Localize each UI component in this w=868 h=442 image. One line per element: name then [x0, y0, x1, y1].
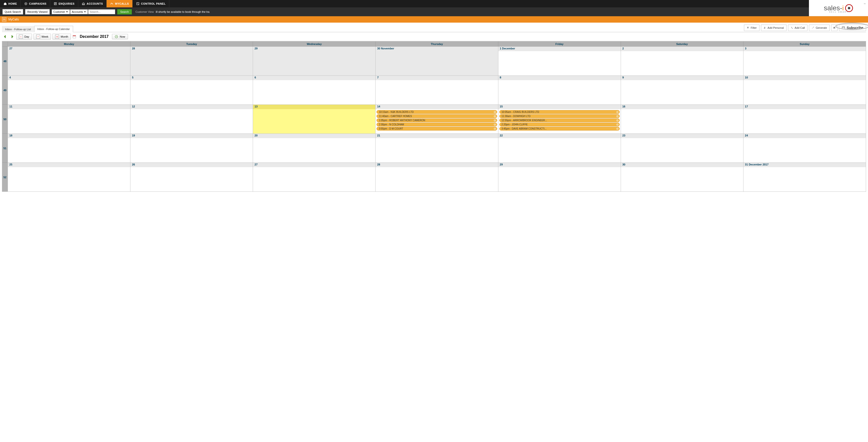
day-cell[interactable]: 28: [375, 163, 498, 192]
day-cell[interactable]: 8: [498, 75, 621, 104]
day-cell[interactable]: 12: [130, 104, 253, 134]
day-cell[interactable]: 21: [375, 134, 498, 163]
calendar-event[interactable]: 3:55pm - D M COURT: [376, 127, 497, 131]
nav-enquiries[interactable]: ENQUIRIES: [50, 0, 78, 7]
day-cell[interactable]: 22: [498, 134, 621, 163]
day-cell[interactable]: 28: [130, 46, 253, 75]
user-plus-icon: [764, 27, 766, 29]
date-label: 22: [498, 134, 621, 138]
mini-week-icon: 7: [36, 35, 40, 39]
day-cell[interactable]: 10: [743, 75, 866, 104]
day-cell[interactable]: 1 December: [498, 46, 621, 75]
generate-button[interactable]: Generate: [809, 25, 830, 31]
date-label: 28: [130, 47, 253, 51]
ticker-text: ill shortly be available to book through…: [156, 10, 210, 13]
month-view-button[interactable]: 31 Month: [53, 34, 71, 40]
nav-home[interactable]: HOME: [0, 0, 21, 7]
day-cell[interactable]: 1510:05am - CRAIG BUILDERS LTD11:30am - …: [498, 104, 621, 134]
week-view-button[interactable]: 7 Week: [33, 34, 51, 40]
date-label: 19: [130, 134, 253, 138]
day-header: Friday: [498, 41, 621, 46]
date-label: 31 December 2017: [743, 163, 866, 167]
day-cell[interactable]: 23: [621, 134, 743, 163]
day-cell[interactable]: 11: [8, 104, 130, 134]
print-button[interactable]: [831, 25, 837, 31]
date-label: 5: [130, 76, 253, 80]
date-label: 12: [130, 105, 253, 109]
day-view-button[interactable]: 1 Day: [16, 34, 32, 40]
day-cell[interactable]: 26: [130, 163, 253, 192]
day-cell[interactable]: 31 December 2017: [743, 163, 866, 192]
add-call-button[interactable]: Add Call: [788, 25, 808, 31]
day-cell[interactable]: 27: [253, 163, 375, 192]
search-input[interactable]: [88, 9, 115, 14]
day-cell[interactable]: 24: [743, 134, 866, 163]
day-header: Thursday: [375, 41, 498, 46]
day-cell[interactable]: 30: [621, 163, 743, 192]
day-cell[interactable]: 5: [130, 75, 253, 104]
svg-point-4: [137, 3, 137, 3]
nav-campaigns[interactable]: CAMPAIGNS: [21, 0, 50, 7]
prev-button[interactable]: [2, 34, 8, 39]
tab-followup-calendar[interactable]: Inbox - Follow-up Calendar: [34, 26, 73, 32]
nav-mycalls[interactable]: MYCALLS: [106, 0, 133, 7]
tab-followup-list[interactable]: Inbox - Follow-up List: [2, 26, 34, 32]
accounts-select[interactable]: Accounts▼: [70, 9, 86, 14]
add-personal-button[interactable]: Add Personal: [761, 25, 786, 31]
calendar-event[interactable]: 12:55pm - ARROWBROOK ENGINEER...: [499, 118, 620, 122]
day-cell[interactable]: 7: [375, 75, 498, 104]
date-label: 24: [743, 134, 866, 138]
day-cell[interactable]: 1410:15am - K&K BUILDERS LTD11:40am - CA…: [375, 104, 498, 134]
calendar-event[interactable]: 11:40am - CARTREF HOMES: [376, 114, 497, 118]
calendar-event[interactable]: 2:20pm - JOHN CLIFFE: [499, 123, 620, 126]
day-cell[interactable]: 18: [8, 134, 130, 163]
day-cell[interactable]: 9: [621, 75, 743, 104]
day-cell[interactable]: 13: [253, 104, 375, 134]
nav-accounts[interactable]: ACCOUNTS: [78, 0, 106, 7]
calendar-icon: [842, 26, 845, 30]
date-label: 21: [376, 134, 498, 138]
day-cell[interactable]: 16: [621, 104, 743, 134]
quick-search-button[interactable]: Quick Search: [2, 9, 23, 14]
subscribe-button[interactable]: Subscribe: [839, 25, 866, 31]
home-icon: [3, 2, 7, 5]
filter-button[interactable]: Filter: [744, 25, 759, 31]
nav-control-panel[interactable]: CONTROL PANEL: [133, 0, 169, 7]
day-cell[interactable]: 2: [621, 46, 743, 75]
day-cell[interactable]: 17: [743, 104, 866, 134]
day-cell[interactable]: 30 November: [375, 46, 498, 75]
search-button[interactable]: Search: [117, 9, 132, 14]
date-label: 8: [498, 76, 621, 80]
day-header: Wednesday: [253, 41, 375, 46]
day-cell[interactable]: 29: [253, 46, 375, 75]
now-button[interactable]: Now: [112, 34, 128, 39]
calendar-event[interactable]: 10:05am - CRAIG BUILDERS LTD: [499, 110, 620, 114]
date-label: 13: [253, 105, 375, 109]
day-cell[interactable]: 6: [253, 75, 375, 104]
day-cell[interactable]: 20: [253, 134, 375, 163]
day-cell[interactable]: 27: [8, 46, 130, 75]
date-label: 15: [498, 105, 621, 109]
day-cell[interactable]: 4: [8, 75, 130, 104]
page-title: MyCalls: [8, 18, 19, 21]
day-cell[interactable]: 3: [743, 46, 866, 75]
calendar-event[interactable]: 3:45pm - DAVE ABRAM CONSTRUCTI...: [499, 127, 620, 131]
mini-day-icon: 1: [19, 35, 23, 39]
recently-viewed-button[interactable]: Recently Viewed: [25, 9, 50, 14]
calendar-event[interactable]: 2:30pm - N COLDHAM: [376, 123, 497, 126]
day-cell[interactable]: 29: [498, 163, 621, 192]
next-button[interactable]: [9, 34, 15, 39]
week-number: 49: [2, 75, 8, 104]
day-header: Tuesday: [130, 41, 253, 46]
top-nav: HOMECAMPAIGNSENQUIRIESACCOUNTSMYCALLSCON…: [0, 0, 868, 7]
day-cell[interactable]: 19: [130, 134, 253, 163]
customer-select[interactable]: Customer▼: [52, 9, 68, 14]
page-header: MyCalls: [0, 16, 868, 23]
svg-rect-3: [136, 2, 139, 5]
calendar-event[interactable]: 11:30am - DOWHIGH LTD: [499, 114, 620, 118]
day-cell[interactable]: 25: [8, 163, 130, 192]
date-label: 16: [621, 105, 743, 109]
date-label: 30 November: [376, 47, 498, 51]
calendar-event[interactable]: 10:15am - K&K BUILDERS LTD: [376, 110, 497, 114]
calendar-event[interactable]: 1:05pm - ROBERT ANTHONY CAMERON: [376, 118, 497, 122]
